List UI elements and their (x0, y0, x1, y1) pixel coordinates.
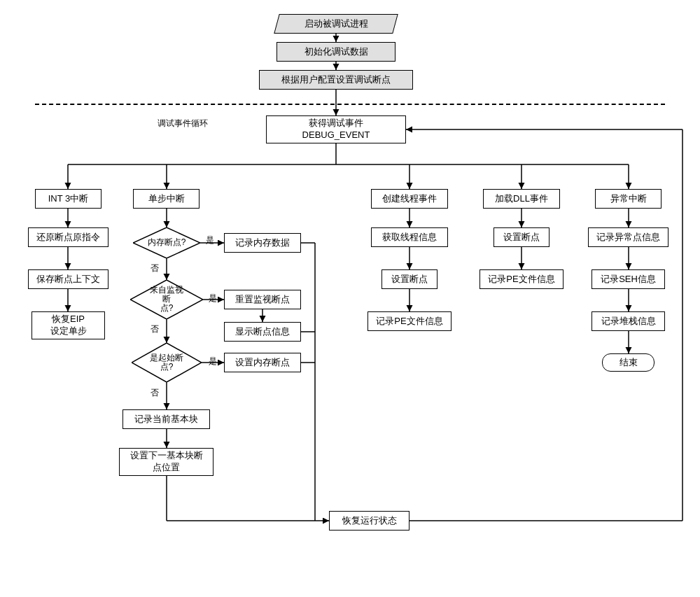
save-ctx-label: 保存断点上下文 (36, 274, 100, 286)
start-bp-decision: 是起始断 点? (132, 343, 202, 382)
no-1: 否 (150, 262, 159, 274)
record-block-label: 记录当前基本块 (134, 414, 198, 426)
record-block: 记录当前基本块 (122, 409, 210, 429)
exception-label: 异常中断 (610, 193, 647, 205)
loop-label: 调试事件循环 (158, 118, 208, 129)
config-breakpoints: 根据用户配置设置调试断点 (259, 70, 413, 90)
record-mem-label: 记录内存数据 (235, 237, 290, 249)
thread-record-pe-label: 记录PE文件信息 (376, 316, 442, 328)
config-label: 根据用户配置设置调试断点 (281, 74, 391, 86)
recover-eip-label: 恢复EIP 设定单步 (50, 314, 87, 337)
mem-bp-text: 内存断点? (148, 238, 186, 247)
yes-1: 是 (206, 234, 214, 246)
record-stack: 记录堆栈信息 (592, 311, 665, 331)
no-2: 否 (150, 323, 159, 335)
yes-3: 是 (209, 356, 217, 367)
reset-monitor: 重置监视断点 (224, 290, 301, 309)
thread-branch: 创建线程事件 (371, 189, 448, 209)
init-data: 初始化调试数据 (276, 42, 396, 62)
start-process: 启动被调试进程 (274, 14, 398, 34)
record-stack-label: 记录堆栈信息 (601, 316, 656, 328)
record-exception-point: 记录异常点信息 (588, 227, 668, 247)
dll-branch: 加载DLL事件 (483, 189, 560, 209)
exception-branch: 异常中断 (595, 189, 662, 209)
int3-label: INT 3中断 (48, 193, 89, 205)
monitor-text: 来自监视断 点? (148, 286, 185, 314)
show-bp-info: 显示断点信息 (224, 322, 301, 342)
start-bp-text: 是起始断 点? (150, 353, 183, 372)
thread-label: 创建线程事件 (382, 193, 437, 205)
thread-record-pe: 记录PE文件信息 (368, 311, 451, 331)
dll-label: 加载DLL事件 (495, 193, 548, 205)
mem-bp-decision: 内存断点? (133, 227, 200, 258)
int3-branch: INT 3中断 (35, 189, 102, 209)
thread-set-bp: 设置断点 (382, 269, 438, 289)
dll-set-bp-label: 设置断点 (503, 232, 540, 244)
singlestep-branch: 单步中断 (133, 189, 200, 209)
dll-set-bp: 设置断点 (493, 227, 550, 247)
set-mem-bp-label: 设置内存断点 (235, 357, 290, 369)
start-label: 启动被调试进程 (304, 17, 368, 30)
thread-set-bp-label: 设置断点 (391, 274, 428, 286)
no-3: 否 (150, 387, 159, 399)
set-next-bp-label: 设置下一基本块断 点位置 (130, 450, 203, 474)
set-next-bp: 设置下一基本块断 点位置 (119, 448, 214, 476)
get-debug-event: 获得调试事件 DEBUG_EVENT (266, 115, 406, 143)
restore-run-state: 恢复运行状态 (329, 511, 410, 531)
dll-record-pe-label: 记录PE文件信息 (488, 274, 554, 286)
record-exc-label: 记录异常点信息 (596, 232, 660, 244)
restore-label: 还原断点原指令 (36, 232, 100, 244)
restore-instruction: 还原断点原指令 (28, 227, 108, 247)
show-bp-label: 显示断点信息 (235, 326, 290, 338)
end-terminator: 结束 (602, 353, 654, 372)
get-event-label: 获得调试事件 DEBUG_EVENT (302, 118, 370, 141)
reset-monitor-label: 重置监视断点 (235, 294, 290, 306)
record-seh-label: 记录SEH信息 (601, 274, 656, 286)
yes-2: 是 (209, 293, 217, 304)
singlestep-label: 单步中断 (148, 193, 185, 205)
record-mem-data: 记录内存数据 (224, 233, 301, 253)
recover-eip: 恢复EIP 设定单步 (31, 311, 105, 339)
monitor-decision: 来自监视断 点? (130, 280, 203, 319)
restore-run-label: 恢复运行状态 (342, 515, 397, 527)
init-label: 初始化调试数据 (304, 46, 368, 58)
get-thread-info-label: 获取线程信息 (382, 232, 437, 244)
set-mem-bp: 设置内存断点 (224, 353, 301, 372)
dll-record-pe: 记录PE文件信息 (479, 269, 564, 289)
get-thread-info: 获取线程信息 (371, 227, 448, 247)
end-label: 结束 (620, 356, 638, 369)
save-context: 保存断点上下文 (28, 269, 108, 289)
record-seh: 记录SEH信息 (592, 269, 665, 289)
dashed-divider (35, 104, 665, 105)
